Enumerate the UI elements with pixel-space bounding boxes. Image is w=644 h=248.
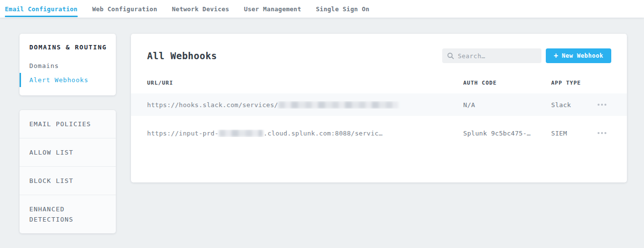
url-text: .cloud.splunk.com:8088/servic… <box>263 130 383 137</box>
auth-code-value: Splunk 9c5bc475-… <box>463 130 551 137</box>
ellipsis-menu-icon[interactable] <box>597 129 611 137</box>
search-icon <box>447 52 454 59</box>
plus-icon: + <box>554 52 558 60</box>
redacted-blur <box>219 130 263 137</box>
ellipsis-menu-icon[interactable] <box>597 101 611 109</box>
webhook-url-slack: https://hooks.slack.com/services/ <box>147 101 463 109</box>
url-text: https://input-prd- <box>147 130 218 137</box>
auth-code-value: N/A <box>463 101 551 109</box>
table-row: https://input-prd- .cloud.splunk.com:808… <box>131 121 627 145</box>
sidebar-heading-domains-routing: DOMAINS & ROUTING <box>20 44 116 51</box>
sidebar-policies-card: EMAIL POLICIES ALLOW LIST BLOCK LIST ENH… <box>20 110 116 233</box>
tab-user-management[interactable]: User Management <box>244 0 301 18</box>
webhook-url-splunk: https://input-prd- .cloud.splunk.com:808… <box>147 130 463 137</box>
sidebar-domains-routing-card: DOMAINS & ROUTING Domains Alert Webhooks <box>20 34 116 95</box>
sidebar-item-alert-webhooks[interactable]: Alert Webhooks <box>20 73 116 87</box>
new-webhook-button-label: New Webhook <box>562 52 603 59</box>
app-type-value: SIEM <box>551 130 590 137</box>
column-header-app-type: APP TYPE <box>551 80 590 86</box>
tab-single-sign-on[interactable]: Single Sign On <box>316 0 370 18</box>
tab-network-devices[interactable]: Network Devices <box>172 0 229 18</box>
column-header-auth-code: AUTH CODE <box>463 80 551 86</box>
column-header-url: URL/URI <box>147 80 463 86</box>
page-title: All Webhooks <box>147 50 217 61</box>
app-type-value: Slack <box>551 101 590 109</box>
webhooks-table: URL/URI AUTH CODE APP TYPE https://hooks… <box>131 76 627 145</box>
tab-web-configuration[interactable]: Web Configuration <box>92 0 157 18</box>
webhooks-panel: All Webhooks + New Webhook URL/URI AUTH … <box>131 34 627 182</box>
tab-email-configuration[interactable]: Email Configuration <box>5 0 78 18</box>
top-nav: Email Configuration Web Configuration Ne… <box>0 0 644 18</box>
sidebar-item-email-policies[interactable]: EMAIL POLICIES <box>20 110 116 138</box>
redacted-blur <box>279 101 398 109</box>
panel-header: All Webhooks + New Webhook <box>131 34 627 63</box>
sidebar-item-enhanced-detections[interactable]: ENHANCED DETECTIONS <box>20 195 86 233</box>
search-box[interactable] <box>442 48 541 63</box>
search-input[interactable] <box>458 52 537 60</box>
url-text: https://hooks.slack.com/services/ <box>147 101 278 109</box>
sidebar-item-block-list[interactable]: BLOCK LIST <box>20 167 116 195</box>
sidebar-item-domains[interactable]: Domains <box>20 59 116 73</box>
sidebar-item-allow-list[interactable]: ALLOW LIST <box>20 138 116 167</box>
table-row: https://hooks.slack.com/services/ N/A Sl… <box>131 93 627 116</box>
table-header-row: URL/URI AUTH CODE APP TYPE <box>131 76 627 90</box>
new-webhook-button[interactable]: + New Webhook <box>546 48 611 63</box>
